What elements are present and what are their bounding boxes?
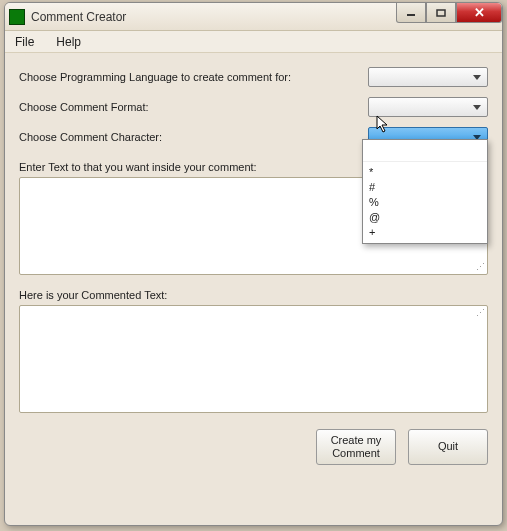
quit-button-label: Quit bbox=[438, 440, 458, 453]
close-button[interactable]: ✕ bbox=[456, 3, 502, 23]
app-icon bbox=[9, 9, 25, 25]
dropdown-list: * # % @ + bbox=[363, 162, 487, 243]
close-icon: ✕ bbox=[474, 5, 485, 20]
create-button-label: Create my Comment bbox=[331, 434, 382, 460]
menu-file[interactable]: File bbox=[11, 33, 38, 51]
minimize-icon bbox=[406, 9, 416, 17]
scroll-up-icon: ⋰ bbox=[476, 308, 485, 318]
dropdown-selected-row[interactable] bbox=[363, 140, 487, 162]
dropdown-option[interactable]: % bbox=[369, 195, 481, 210]
window-controls: ✕ bbox=[396, 3, 502, 23]
character-label: Choose Comment Character: bbox=[19, 131, 368, 143]
language-label: Choose Programming Language to create co… bbox=[19, 71, 368, 83]
output-textarea[interactable]: ⋰ bbox=[19, 305, 488, 413]
content-area: Choose Programming Language to create co… bbox=[5, 53, 502, 475]
quit-button[interactable]: Quit bbox=[408, 429, 488, 465]
menubar: File Help bbox=[5, 31, 502, 53]
app-window: Comment Creator ✕ File Help Choose Progr… bbox=[4, 2, 503, 526]
character-dropdown: * # % @ + bbox=[362, 139, 488, 244]
window-title: Comment Creator bbox=[31, 10, 126, 24]
dropdown-option[interactable]: + bbox=[369, 225, 481, 240]
dropdown-option[interactable]: # bbox=[369, 180, 481, 195]
maximize-icon bbox=[436, 9, 446, 17]
output-text-label: Here is your Commented Text: bbox=[19, 289, 488, 301]
maximize-button[interactable] bbox=[426, 3, 456, 23]
dropdown-option[interactable]: @ bbox=[369, 210, 481, 225]
language-combo[interactable] bbox=[368, 67, 488, 87]
dropdown-option[interactable]: * bbox=[369, 165, 481, 180]
format-combo[interactable] bbox=[368, 97, 488, 117]
resize-grip-icon: ⋰ bbox=[476, 262, 485, 272]
create-comment-button[interactable]: Create my Comment bbox=[316, 429, 396, 465]
menu-help[interactable]: Help bbox=[52, 33, 85, 51]
minimize-button[interactable] bbox=[396, 3, 426, 23]
titlebar: Comment Creator ✕ bbox=[5, 3, 502, 31]
svg-rect-1 bbox=[437, 10, 445, 16]
format-label: Choose Comment Format: bbox=[19, 101, 368, 113]
